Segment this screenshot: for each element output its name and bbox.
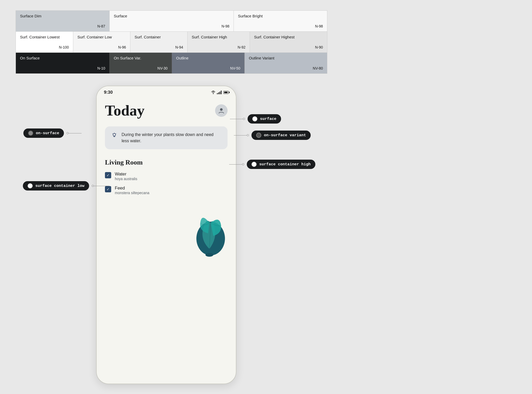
on-surface-cell: On Surface N-10 — [16, 53, 109, 73]
scl-pill-label: surface container low — [35, 184, 84, 188]
task-text-water: Water hoya australis — [115, 172, 137, 181]
phone-mockup: 9:30 Today — [96, 86, 236, 384]
surface-container-low-annotation: surface container low — [23, 181, 109, 191]
annotation-line-osv — [234, 135, 247, 135]
osv-pill-circle — [256, 133, 261, 138]
annotation-dot-sch — [242, 163, 244, 165]
surface-container-low-pill: surface container low — [23, 181, 89, 191]
surface-cell: Surface N-98 — [109, 11, 234, 31]
outline-label: Outline — [176, 56, 240, 60]
info-text: During the winter your plants slow down … — [122, 132, 221, 144]
surf-container-code: N-94 — [175, 45, 183, 49]
lightbulb-icon — [111, 132, 117, 140]
surf-container-high-cell: Surf. Container High N-92 — [187, 32, 250, 52]
wifi-icon — [211, 91, 216, 94]
sch-pill-circle — [251, 162, 257, 167]
on-surface-var-label: On Surface Var. — [114, 56, 168, 60]
surf-container-highest-cell: Surf. Container Highest N-90 — [250, 32, 327, 52]
svg-point-2 — [113, 133, 116, 136]
surface-bright-label: Surface Bright — [238, 14, 323, 18]
annotation-line-sch — [229, 164, 242, 165]
surface-dim-label: Surface Dim — [20, 14, 105, 18]
on-surface-pill: on-surface — [23, 128, 64, 138]
section-label: Living Room — [105, 159, 228, 166]
on-surface-var-cell: On Surface Var. NV-30 — [109, 53, 172, 73]
annotation-line-scl — [94, 186, 109, 186]
svg-point-8 — [205, 253, 213, 257]
surface-bright-cell: Surface Bright N-98 — [234, 11, 327, 31]
outline-var-label: Outline Variant — [249, 56, 323, 60]
outline-code: NV-50 — [230, 66, 240, 70]
surface-pill-label: surface — [260, 117, 276, 121]
annotation-dot-surface — [243, 118, 245, 120]
surface-bright-code: N-98 — [315, 24, 323, 28]
phone-status-icons — [211, 91, 229, 94]
svg-line-4 — [113, 134, 113, 134]
phone-status-bar: 9:30 — [97, 86, 236, 97]
annotation-line-surface — [230, 119, 243, 119]
outline-var-code: NV-80 — [313, 66, 323, 70]
surf-container-low-label: Surf. Container Low — [77, 35, 126, 39]
surf-container-high-label: Surf. Container High — [192, 35, 245, 39]
surface-dim-cell: Surface Dim N-87 — [16, 11, 109, 31]
surf-container-label: Surf. Container — [135, 35, 183, 39]
task-item-water: ✓ Water hoya australis — [105, 172, 228, 181]
outline-var-cell: Outline Variant NV-80 — [244, 53, 327, 73]
osv-pill-label: on-surface variant — [264, 133, 306, 138]
surf-container-lowest-cell: Surf. Container Lowest N-100 — [16, 32, 73, 52]
phone-header: Today — [105, 102, 228, 119]
task-subtitle-water: hoya australis — [115, 177, 137, 181]
svg-point-1 — [220, 108, 223, 111]
surface-annotation: surface — [230, 114, 281, 124]
on-surface-var-code: NV-30 — [157, 66, 168, 70]
on-surface-variant-pill: on-surface variant — [251, 131, 311, 140]
on-surface-variant-annotation: on-surface variant — [234, 131, 311, 140]
svg-line-5 — [116, 134, 116, 134]
task-checkbox-water[interactable]: ✓ — [105, 172, 111, 178]
palette-row-2: Surf. Container Lowest N-100 Surf. Conta… — [16, 32, 327, 53]
surface-pill-circle — [252, 116, 257, 121]
surf-container-low-cell: Surf. Container Low N-96 — [73, 32, 130, 52]
battery-icon — [223, 91, 229, 94]
signal-icon — [217, 91, 222, 94]
task-subtitle-feed: monstera siltepecana — [115, 191, 149, 195]
on-surface-annotation: on-surface — [23, 128, 82, 138]
outline-cell: Outline NV-50 — [172, 53, 244, 73]
annotation-dot-osv — [247, 134, 249, 136]
surf-container-highest-code: N-90 — [315, 45, 323, 49]
avatar[interactable] — [215, 104, 228, 117]
on-surface-pill-circle — [28, 131, 33, 136]
phone-title: Today — [105, 102, 145, 119]
surf-container-lowest-label: Surf. Container Lowest — [20, 35, 69, 39]
sch-pill-label: surface container high — [259, 162, 311, 167]
scl-pill-circle — [28, 183, 33, 188]
surf-container-lowest-code: N-100 — [59, 45, 69, 49]
surface-container-high-pill: surface container high — [247, 160, 315, 169]
surf-container-highest-label: Surf. Container Highest — [254, 35, 323, 39]
surface-code: N-98 — [222, 24, 229, 28]
task-text-feed: Feed monstera siltepecana — [115, 186, 149, 195]
task-list: ✓ Water hoya australis ✓ Feed monstera s… — [105, 172, 228, 195]
surface-label: Surface — [114, 14, 229, 18]
annotation-line-on-surface — [69, 133, 82, 133]
task-item-feed: ✓ Feed monstera siltepecana — [105, 186, 228, 195]
surface-dim-code: N-87 — [97, 24, 105, 28]
task-title-feed: Feed — [115, 186, 149, 191]
svg-point-0 — [213, 93, 214, 94]
surface-container-high-annotation: surface container high — [229, 160, 315, 169]
info-card: During the winter your plants slow down … — [105, 126, 228, 149]
palette-row-1: Surface Dim N-87 Surface N-98 Surface Br… — [16, 10, 327, 32]
surf-container-high-code: N-92 — [238, 45, 245, 49]
surf-container-cell: Surf. Container N-94 — [130, 32, 187, 52]
plant-illustration — [191, 202, 228, 257]
task-title-water: Water — [115, 172, 137, 177]
palette-row-3: On Surface N-10 On Surface Var. NV-30 Ou… — [16, 53, 327, 74]
palette-section: Surface Dim N-87 Surface N-98 Surface Br… — [16, 10, 327, 74]
surf-container-low-code: N-96 — [118, 45, 126, 49]
on-surface-pill-label: on-surface — [36, 131, 59, 135]
on-surface-label: On Surface — [20, 56, 105, 60]
annotation-dot-scl — [92, 185, 94, 187]
surface-pill: surface — [248, 114, 281, 124]
on-surface-code: N-10 — [97, 66, 105, 70]
phone-content: Today During the winter yo — [97, 97, 236, 262]
